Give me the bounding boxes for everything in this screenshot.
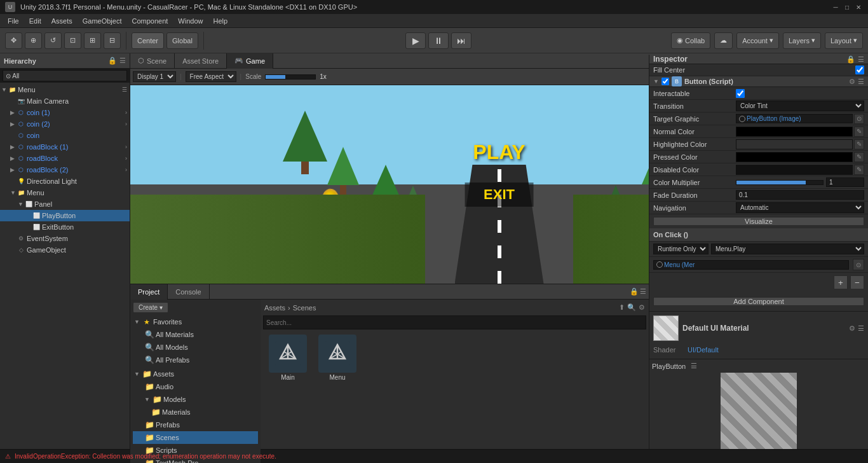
onclick-object-field[interactable]: Menu (Mer xyxy=(653,260,849,270)
sidebar-item-scenes[interactable]: 📁 Scenes xyxy=(133,431,258,444)
hier-item-panel[interactable]: ▼ ⬜ Panel xyxy=(0,198,130,210)
project-search-input[interactable] xyxy=(266,319,643,326)
sidebar-item-audio[interactable]: 📁 Audio xyxy=(133,380,258,393)
close-btn[interactable]: ✕ xyxy=(854,3,863,11)
shader-value[interactable]: UI/Default xyxy=(688,346,719,354)
highlighted-color-swatch[interactable] xyxy=(736,139,853,149)
inspector-more-icon[interactable]: ☰ xyxy=(858,55,864,64)
maximize-btn[interactable]: □ xyxy=(843,3,851,11)
aspect-select[interactable]: Free Aspect xyxy=(186,71,236,82)
hier-item-menu[interactable]: ▼ 📁 Menu ☰ xyxy=(0,84,130,95)
menu-component[interactable]: Component xyxy=(126,16,173,26)
hier-item-coin2[interactable]: ▶ ⬡ coin (2) › xyxy=(0,118,130,130)
sidebar-item-materials[interactable]: 📁 Materials xyxy=(133,406,258,418)
hierarchy-lock-icon[interactable]: 🔒 xyxy=(108,57,117,65)
proj-settings-icon[interactable]: ⚙ xyxy=(639,303,645,312)
hier-item-main-camera[interactable]: 📷 Main Camera xyxy=(0,95,130,107)
hier-item-playbutton[interactable]: ⬜ PlayButton xyxy=(0,210,130,221)
step-button[interactable]: ⏭ xyxy=(451,32,471,49)
proj-upload-icon[interactable]: ⬆ xyxy=(619,303,625,312)
color-multiplier-input[interactable] xyxy=(826,177,864,187)
path-assets[interactable]: Assets xyxy=(264,304,285,312)
target-graphic-edit-btn[interactable]: ⊙ xyxy=(854,114,864,124)
preview-more-icon[interactable]: ☰ xyxy=(691,362,697,370)
minimize-btn[interactable]: ─ xyxy=(831,3,840,11)
sidebar-item-prefabs[interactable]: 📁 Prefabs xyxy=(133,418,258,431)
sidebar-item-all-models[interactable]: 🔍 All Models xyxy=(133,341,258,354)
hier-item-gameobject[interactable]: ◇ GameObject xyxy=(0,244,130,256)
visualize-button[interactable]: Visualize xyxy=(653,217,864,226)
component-enabled-checkbox[interactable] xyxy=(661,78,669,85)
comp-more-icon[interactable]: ☰ xyxy=(858,78,864,86)
cloud-button[interactable]: ☁ xyxy=(714,32,733,49)
color-multiplier-slider[interactable] xyxy=(736,180,824,185)
target-graphic-object[interactable]: PlayButton (Image) xyxy=(736,114,853,123)
material-settings-icon[interactable]: ⚙ xyxy=(849,324,855,333)
normal-color-swatch[interactable] xyxy=(736,127,853,137)
layers-button[interactable]: Layers ▾ xyxy=(783,32,821,49)
tool-rect[interactable]: ⊞ xyxy=(84,32,101,49)
tool-global[interactable]: Global xyxy=(166,32,198,49)
hierarchy-more-icon[interactable]: ☰ xyxy=(119,57,126,65)
tool-center[interactable]: Center xyxy=(132,32,164,49)
fade-duration-input[interactable] xyxy=(736,190,864,200)
inspector-lock-icon[interactable]: 🔒 xyxy=(846,55,855,64)
play-button[interactable]: ▶ xyxy=(405,32,426,49)
fill-center-checkbox[interactable] xyxy=(855,66,864,74)
scale-bar[interactable] xyxy=(265,74,316,79)
button-script-header[interactable]: ▼ B Button (Script) ⚙ ☰ xyxy=(649,76,868,87)
tab-console[interactable]: Console xyxy=(168,284,209,300)
layout-button[interactable]: Layout ▾ xyxy=(825,32,863,49)
onclick-object-edit-btn[interactable]: ⊙ xyxy=(853,259,864,270)
menu-help[interactable]: Help xyxy=(208,16,233,26)
pressed-color-edit-btn[interactable]: ✎ xyxy=(854,152,864,162)
hierarchy-search-input[interactable] xyxy=(3,70,127,81)
hier-item-roadblock[interactable]: ▶ ⬡ roadBlock › xyxy=(0,153,130,164)
menu-window[interactable]: Window xyxy=(173,16,208,26)
hier-item-eventsystem[interactable]: ⚙ EventSystem xyxy=(0,233,130,244)
onclick-add-btn[interactable]: + xyxy=(834,275,848,289)
sidebar-item-all-prefabs[interactable]: 🔍 All Prefabs xyxy=(133,354,258,366)
navigation-select[interactable]: Automatic xyxy=(736,202,864,213)
tab-project[interactable]: Project xyxy=(130,284,168,300)
normal-color-edit-btn[interactable]: ✎ xyxy=(854,127,864,137)
onclick-remove-btn[interactable]: − xyxy=(850,275,864,289)
tool-scale[interactable]: ⊡ xyxy=(64,32,81,49)
tab-game[interactable]: 🎮 Game xyxy=(227,53,273,69)
sidebar-item-all-materials[interactable]: 🔍 All Materials xyxy=(133,328,258,341)
disabled-color-swatch[interactable] xyxy=(736,165,853,175)
tab-asset-store[interactable]: Asset Store xyxy=(175,53,227,69)
hier-item-menu2[interactable]: ▼ 📁 Menu xyxy=(0,187,130,198)
interactable-checkbox[interactable] xyxy=(736,89,745,98)
menu-edit[interactable]: Edit xyxy=(24,16,46,26)
sidebar-item-models[interactable]: ▼ 📁 Models xyxy=(133,393,258,406)
path-scenes[interactable]: Scenes xyxy=(293,304,316,312)
menu-gameobject[interactable]: GameObject xyxy=(78,16,127,26)
project-lock-icon[interactable]: 🔒 xyxy=(630,287,639,296)
tool-move[interactable]: ⊕ xyxy=(25,32,42,49)
proj-search-icon[interactable]: 🔍 xyxy=(627,303,636,312)
sidebar-item-favorites[interactable]: ▼ ★ Favorites xyxy=(133,315,258,328)
asset-menu[interactable]: Menu xyxy=(315,335,360,381)
comp-settings-icon[interactable]: ⚙ xyxy=(849,78,855,86)
tool-transform[interactable]: ⊟ xyxy=(104,32,121,49)
transition-select[interactable]: Color Tint xyxy=(736,100,864,111)
collab-button[interactable]: ◉ Collab xyxy=(671,32,710,49)
material-more-icon[interactable]: ☰ xyxy=(858,324,864,333)
project-more-icon[interactable]: ☰ xyxy=(640,287,646,296)
tool-hand[interactable]: ✥ xyxy=(5,32,22,49)
display-select[interactable]: Display 1 xyxy=(133,71,176,82)
asset-main[interactable]: Main xyxy=(266,335,310,381)
sidebar-item-assets[interactable]: ▼ 📁 Assets xyxy=(133,368,258,380)
hier-item-coin[interactable]: ⬡ coin xyxy=(0,130,130,141)
function-select[interactable]: Menu.Play xyxy=(711,244,864,254)
highlighted-color-edit-btn[interactable]: ✎ xyxy=(854,139,864,149)
menu-file[interactable]: File xyxy=(3,16,24,26)
hier-item-coin1[interactable]: ▶ ⬡ coin (1) › xyxy=(0,107,130,118)
pressed-color-swatch[interactable] xyxy=(736,152,853,162)
add-component-button[interactable]: Add Component xyxy=(653,297,864,306)
pause-button[interactable]: ⏸ xyxy=(428,32,449,49)
disabled-color-edit-btn[interactable]: ✎ xyxy=(854,165,864,175)
account-button[interactable]: Account ▾ xyxy=(736,32,779,49)
hier-item-roadblock2[interactable]: ▶ ⬡ roadBlock (2) › xyxy=(0,164,130,176)
